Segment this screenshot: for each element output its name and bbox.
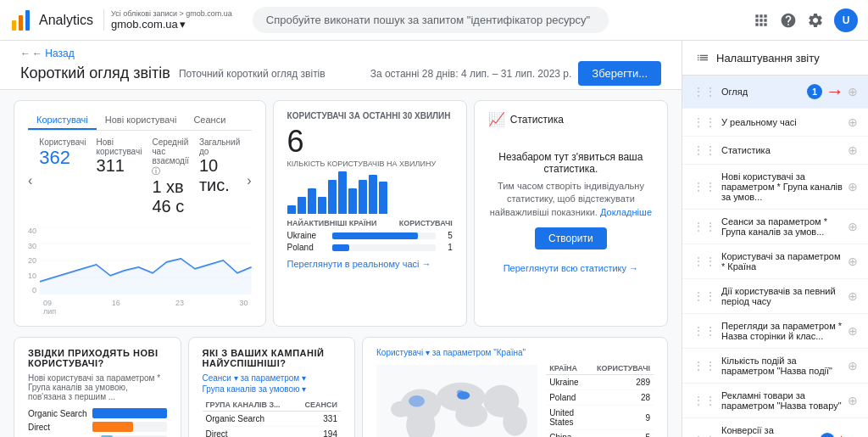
close-icon-2[interactable]: ⊕ [848,143,858,157]
metric-new-users: Нові користувачі 311 [97,137,142,216]
country-row-ukraine: Ukraine 5 [287,231,453,240]
sidebar-item-3[interactable]: ⋮⋮ Нові користувачі за параметром * Груп… [682,165,868,210]
realtime-bar-chart [287,171,453,214]
date-range: За останні 28 днів: 4 лип. – 31 лип. 202… [370,68,572,80]
close-icon-3[interactable]: ⊕ [848,180,858,193]
map-title[interactable]: Користувачі ▾ за параметром "Країна" [376,348,654,357]
table-row: China5 [546,430,654,438]
close-icon-10[interactable]: ⊕ [848,434,858,437]
close-icon-8[interactable]: ⊕ [848,359,858,373]
settings-icon[interactable] [807,12,824,29]
close-icon-1[interactable]: ⊕ [848,115,858,129]
bar-2 [298,197,306,214]
sidebar-item-8[interactable]: ⋮⋮ Кількість подій за параметром "Назва … [682,349,868,384]
stats-row: Користувачі Нові користувачі Сеанси ‹ Ко… [14,100,668,327]
campaigns-subtitle[interactable]: Сеанси ▾ за параметром ▾ [203,373,342,383]
hbar-organic-search: Organic Search [28,408,167,418]
stats-desc-text: Тим часом створіть індивідуальну статист… [488,180,654,219]
close-icon-6[interactable]: ⊕ [848,289,858,303]
sidebar-item-4[interactable]: ⋮⋮ Сеанси за параметром * Група каналів … [682,210,868,244]
sidebar-item-overview[interactable]: ⋮⋮ Огляд 1 → ⊕ [682,76,868,109]
chart-next-btn[interactable]: › [247,173,251,188]
x-label-3: 23 [175,299,184,316]
row-sessions-1: 194 [296,427,341,438]
stats-coming-text: Незабаром тут з'явиться ваша статистика. [488,151,654,175]
sidebar-item-6[interactable]: ⋮⋮ Дії користувачів за певний період час… [682,279,868,314]
close-icon-5[interactable]: ⊕ [848,255,858,268]
close-icon-0[interactable]: ⊕ [848,85,858,98]
sidebar-item-label-7: Перегляди за параметром * Назва сторінки… [721,321,843,341]
new-users-card: ЗВІДКИ ПРИХОДЯТЬ НОВІ КОРИСТУВАЧІ? Нові … [14,337,181,437]
sidebar-item-left-0: ⋮⋮ Огляд [693,85,802,98]
drag-handle-8: ⋮⋮ [693,359,716,373]
user-avatar[interactable]: U [834,8,858,32]
country-name-ukraine: Ukraine [287,231,326,240]
annotation-arrow-1: → [826,82,844,101]
col-sessions: СЕАНСИ [296,399,341,412]
view-all-stats-link[interactable]: Переглянути всю статистику → [488,263,654,273]
page-header: ←← Назад Короткий огляд звітів Поточний … [0,41,682,90]
table-row: United States9 [546,406,654,430]
stats-learn-more-link[interactable]: Докладніше [600,207,652,217]
realtime-view-link[interactable]: Переглянути в реальному часі → [287,259,453,269]
x-labels: 09лип 16 23 30 [40,299,252,316]
sidebar-item-10[interactable]: ⋮⋮ Конверсії за параметром * Платформа 2… [682,418,868,437]
y-label-40: 40 [28,227,36,235]
close-icon-9[interactable]: ⊕ [848,394,858,407]
annotation-badge-1: 1 [807,84,822,99]
bar-9 [369,175,377,214]
sidebar-item-statistics[interactable]: ⋮⋮ Статистика ⊕ [682,137,868,165]
sidebar-item-label-10: Конверсії за параметром * Платформа [721,425,815,437]
help-icon[interactable] [780,12,797,29]
header-actions: U [753,8,858,32]
report-settings-icon [696,51,709,64]
close-icon-4[interactable]: ⊕ [848,220,858,233]
bar-10 [379,182,387,214]
country-bar-poland-track [332,244,436,251]
table-row: Ukraine289 [546,375,654,390]
apps-icon[interactable] [753,12,770,29]
realtime-title: КОРИСТУВАЧІ ЗА ОСТАННІ 30 ХВИЛИН [287,111,453,120]
sidebar-item-left-1: ⋮⋮ У реальному часі [693,115,843,129]
sidebar-item-left-8: ⋮⋮ Кількість подій за параметром "Назва … [693,356,843,376]
sidebar-item-9[interactable]: ⋮⋮ Рекламні товари за параметром "Назва … [682,384,868,418]
sidebar-item-realtime[interactable]: ⋮⋮ У реальному часі ⊕ [682,109,868,137]
hbar-fill-direct [92,422,133,432]
tab-new-users[interactable]: Нові користувачі [97,111,186,130]
drag-handle-1: ⋮⋮ [693,115,716,129]
campaigns-group-subtitle[interactable]: Група каналів за умовою ▾ [203,384,342,394]
back-link[interactable]: ←← Назад [20,48,661,59]
sidebar-item-label-1: У реальному часі [721,117,797,127]
countries-col-name: НАЙАКТИВНІШІ КРАЇНИ [287,219,377,227]
countries-header: НАЙАКТИВНІШІ КРАЇНИ КОРИСТУВАЧІ [287,219,453,227]
search-bar[interactable]: Спробуйте виконати пошук за запитом "іде… [253,7,609,33]
map-countries-table-container: КРАЇНА КОРИСТУВАЧІ Ukraine289 Poland28 U… [546,362,654,437]
realtime-card: КОРИСТУВАЧІ ЗА ОСТАННІ 30 ХВИЛИН 6 КІЛЬК… [273,100,467,327]
sidebar-item-left-9: ⋮⋮ Рекламні товари за параметром "Назва … [693,390,843,411]
hbar-label-organic: Organic Search [28,409,87,418]
close-icon-7[interactable]: ⊕ [848,324,858,338]
drag-handle-5: ⋮⋮ [693,255,716,268]
sidebar-item-5[interactable]: ⋮⋮ Користувачі за параметром * Країна ⊕ [682,244,868,279]
account-domain[interactable]: gmob.com.ua ▾ [111,18,232,31]
statistics-title: Статистика [510,114,564,126]
hbar-track-organic [92,408,167,418]
table-row: Poland28 [546,390,654,406]
sidebar-item-label-6: Дії користувачів за певний період часу [721,286,843,306]
main-layout: ←← Назад Короткий огляд звітів Поточний … [0,41,868,437]
annotation-group-1: 1 → ⊕ [807,82,858,101]
statistics-icon: 📈 [488,111,505,127]
sidebar-item-7[interactable]: ⋮⋮ Перегляди за параметром * Назва сторі… [682,314,868,349]
new-users-title: ЗВІДКИ ПРИХОДЯТЬ НОВІ КОРИСТУВАЧІ? [28,348,167,368]
countries-list: НАЙАКТИВНІШІ КРАЇНИ КОРИСТУВАЧІ Ukraine … [287,219,453,252]
create-button[interactable]: Створити [535,227,607,249]
chart-prev-btn[interactable]: ‹ [28,173,32,188]
row-sessions-0: 331 [296,412,341,427]
tab-sessions[interactable]: Сеанси [185,111,234,130]
table-row: Organic Search331 [203,412,342,427]
svg-rect-2 [25,10,30,31]
drag-handle-6: ⋮⋮ [693,289,716,303]
dashboard: Користувачі Нові користувачі Сеанси ‹ Ко… [0,90,682,437]
tab-users[interactable]: Користувачі [28,111,97,130]
save-button[interactable]: Зберегти... [578,61,661,86]
